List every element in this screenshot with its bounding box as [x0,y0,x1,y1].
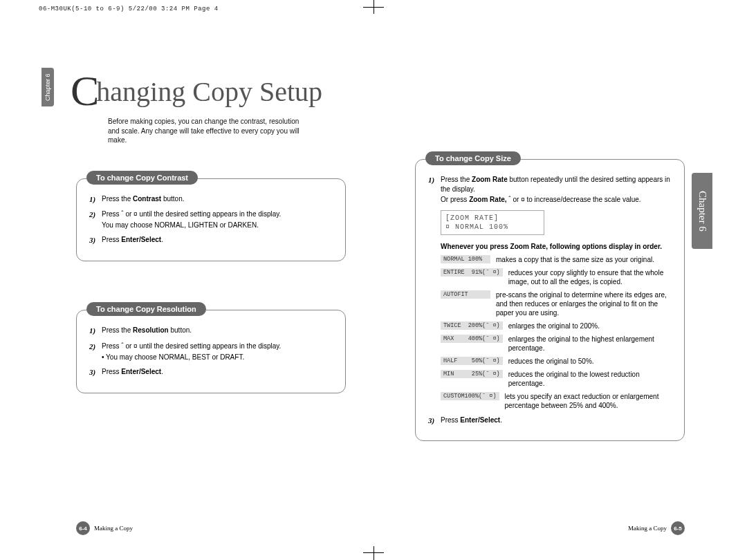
footer-right: Making a Copy 6-5 [628,521,685,535]
step: 1)Press the Resolution button. [89,326,333,336]
option-label: NORMAL 100% [441,255,490,263]
step: 3)Press Enter/Select. [428,416,672,426]
step: 1)Press the Contrast button. [89,194,333,205]
option-label: ENTIRE 91%(ˆ ¤) [441,268,503,277]
crop-mark-top [363,0,384,21]
option-label: CUSTOM100%(ˆ ¤) [441,392,499,400]
option-desc: reduces the original to the lowest reduc… [508,370,672,388]
option-row: MIN 25%(ˆ ¤)reduces the original to the … [441,370,672,388]
option-desc: enlarges the original to the highest enl… [508,335,672,353]
option-label: MIN 25%(ˆ ¤) [441,370,503,378]
option-label: MAX 400%(ˆ ¤) [441,335,503,343]
step-number: 1) [428,175,441,205]
step-number: 3) [428,416,441,426]
option-row: ENTIRE 91%(ˆ ¤)reduces your copy slightl… [441,268,672,286]
option-label: TWICE 200%(ˆ ¤) [441,321,503,330]
page-badge-right: 6-5 [671,521,685,535]
option-row: AUTOFITpre-scans the original to determi… [441,290,672,317]
step-body: Press the Zoom Rate button repeatedly un… [441,175,672,205]
copy-size-box: To change Copy Size 1)Press the Zoom Rat… [415,159,685,441]
step: 2)Press ˆ or ¤ until the desired setting… [89,209,333,230]
step: 2)Press ˆ or ¤ until the desired setting… [89,342,333,362]
step-body: Press Enter/Select. [102,367,333,377]
option-desc: lets you specify an exact reduction or e… [505,392,672,410]
option-row: NORMAL 100%makes a copy that is the same… [441,255,672,264]
step: 3)Press Enter/Select. [89,235,333,245]
page-badge-left: 6-4 [76,521,90,535]
step-number: 3) [89,235,102,245]
box-title: To change Copy Contrast [86,171,198,185]
step-body: Press the Resolution button. [102,326,333,336]
step-number: 2) [89,342,102,362]
footer-section-right: Making a Copy [628,525,667,532]
step: 1)Press the Zoom Rate button repeatedly … [428,175,672,205]
option-desc: reduces the original to 50%. [508,357,672,366]
copy-resolution-box: To change Copy Resolution1)Press the Res… [76,310,346,393]
intro-text: Before making copies, you can change the… [108,117,308,145]
option-row: TWICE 200%(ˆ ¤)enlarges the original to … [441,321,672,330]
option-row: HALF 50%(ˆ ¤)reduces the original to 50%… [441,357,672,366]
lcd-display: [ZOOM RATE] ¤ NORMAL 100% [441,210,544,235]
step-body: Press Enter/Select. [441,416,672,426]
step-number: 3) [89,367,102,377]
print-stamp: 06-M30UK(5-10 to 6-9) 5/22/00 3:24 PM Pa… [39,6,219,12]
footer-section-left: Making a Copy [94,525,133,532]
footer-left: 6-4 Making a Copy [76,521,133,535]
step-body: Press ˆ or ¤ until the desired setting a… [102,342,333,362]
option-row: MAX 400%(ˆ ¤)enlarges the original to th… [441,335,672,353]
option-label: AUTOFIT [441,290,490,299]
copy-contrast-box: To change Copy Contrast1)Press the Contr… [76,178,346,262]
left-column: Changing Copy Setup Before making copies… [35,28,387,539]
zoom-options-table: NORMAL 100%makes a copy that is the same… [441,255,672,410]
step-number: 2) [89,209,102,230]
crop-mark-bottom [363,539,384,560]
page-title: Changing Copy Setup [71,62,346,111]
zoom-note: Whenever you press Zoom Rate, following … [441,242,672,251]
option-row: CUSTOM100%(ˆ ¤)lets you specify an exact… [441,392,672,410]
option-desc: reduces your copy slightly to ensure tha… [508,268,672,286]
step-sub: You may choose NORMAL, LIGHTEN or DARKEN… [102,221,333,230]
step-sub: • You may choose NORMAL, BEST or DRAFT. [102,353,333,362]
option-desc: pre-scans the original to determine wher… [496,290,672,317]
option-label: HALF 50%(ˆ ¤) [441,357,503,365]
step-body: Press ˆ or ¤ until the desired setting a… [102,209,333,230]
option-desc: enlarges the original to 200%. [508,321,672,330]
step: 3)Press Enter/Select. [89,367,333,377]
step-body: Press the Contrast button. [102,194,333,205]
box-title: To change Copy Resolution [86,302,206,316]
option-desc: makes a copy that is the same size as yo… [496,255,672,264]
box-title-copy-size: To change Copy Size [425,151,521,165]
step-number: 1) [89,326,102,336]
title-rest: hanging Copy Setup [96,76,322,107]
step-body: Press Enter/Select. [102,235,333,245]
dropcap: C [71,66,99,115]
step-number: 1) [89,194,102,205]
right-column: To change Copy Size 1)Press the Zoom Rat… [387,28,712,539]
